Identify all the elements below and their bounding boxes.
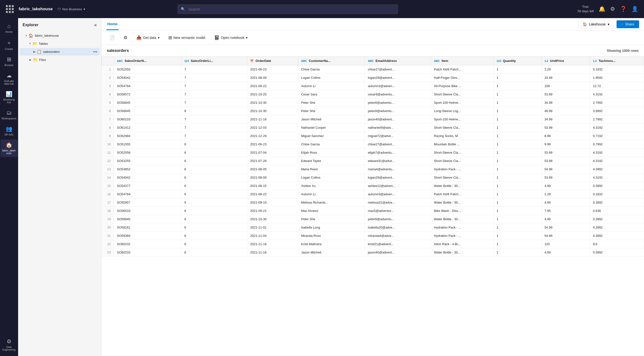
data-cell: Jason Mitchell — [298, 115, 365, 124]
lakehouse-button[interactable]: 🏠 Lakehouse ▾ — [578, 20, 614, 28]
data-cell: Chloe Garcia — [298, 140, 365, 149]
data-cell: 0.7192 — [590, 132, 644, 140]
data-cell: Short-Sleeve Cla... — [431, 124, 493, 132]
app-menu-button[interactable] — [6, 5, 14, 13]
data-cell: 2021-10-30 — [247, 107, 298, 115]
col-header-orderdate[interactable]: 📅 OrderDate — [247, 56, 298, 65]
data-cell: miguel72@adve... — [365, 132, 431, 140]
tree-item-salesorders[interactable]: ▶ 📋 salesorders ••• — [20, 48, 100, 55]
row-num-cell: 22 — [102, 240, 114, 248]
sidebar-item-fabriclakehouse[interactable]: 🏠 fabric_lakeh ouse — [0, 140, 18, 157]
table-row: 22SO6023262021-11-16Kristi Malhotrakrist… — [102, 240, 644, 248]
settings-button[interactable]: ⚙ — [120, 33, 131, 42]
salesorders-more-icon[interactable]: ••• — [93, 50, 97, 54]
data-cell: autumn3@adven... — [365, 190, 431, 198]
data-cell: 6 — [181, 157, 247, 165]
data-cell: 7 — [181, 99, 247, 107]
search-input[interactable] — [178, 4, 398, 14]
sidebar-item-dataengineering[interactable]: ⚙ Data Engineering — [0, 336, 18, 354]
data-cell: 1 — [494, 207, 541, 215]
tree-item-files[interactable]: ▶ 📁 Files — [20, 56, 100, 64]
data-cell: miranda4@adve... — [365, 232, 431, 240]
ribbon: 📄 ⚙ 📥 Get data ▾ ⊞ New semantic model 📓 … — [102, 30, 644, 45]
home-tab[interactable]: Home — [106, 18, 118, 30]
trial-info: Trial: 59 days left — [578, 5, 594, 13]
col-header-taxamount[interactable]: 1.2 TaxAmou... — [590, 56, 644, 65]
data-table: ABC SalesOrderN... 123 SalesOrderLi... 📅… — [102, 56, 644, 257]
classification-chevron-icon[interactable]: ▾ — [84, 7, 85, 11]
new-query-button[interactable]: 📄 — [106, 33, 118, 42]
col-header-item[interactable]: ABC Item — [431, 56, 493, 65]
sidebar-item-workspaces[interactable]: 🗂 Workspaces — [0, 107, 18, 122]
browse-icon: ⊞ — [7, 56, 11, 63]
sidebar-item-browse[interactable]: ⊞ Browse — [0, 54, 18, 69]
col-header-customername[interactable]: ABC CustomerNa... — [298, 56, 365, 65]
sidebar-item-create[interactable]: ＋ Create — [0, 37, 18, 53]
sidebar-dp60x-label: DP-60x — [4, 133, 14, 136]
data-cell: SO51555 — [114, 65, 181, 74]
col-header-salesordernumber[interactable]: ABC SalesOrderN... — [114, 56, 181, 65]
data-cell: 2021-11-16 — [247, 240, 298, 248]
notifications-icon[interactable]: 🔔 — [599, 6, 605, 12]
account-icon[interactable]: 👤 — [632, 6, 638, 12]
data-cell: 0.7992 — [590, 140, 644, 149]
data-cell: 0.1832 — [590, 65, 644, 74]
open-notebook-button[interactable]: 📓 Open notebook ▾ — [211, 33, 251, 42]
explorer-close-button[interactable]: « — [94, 22, 97, 28]
data-cell: 4.3192 — [590, 149, 644, 157]
sidebar-item-onelake[interactable]: ☁ OneLake data hub — [0, 70, 18, 88]
data-cell: SO56533 — [114, 207, 181, 215]
data-cell: 2021-08-09 — [247, 174, 298, 182]
row-num-cell: 2 — [102, 74, 114, 82]
sidebar-item-monitoring[interactable]: 📊 Monitoring hub — [0, 89, 18, 106]
data-cell: peter8@adventu... — [365, 99, 431, 107]
data-cell: Peter She — [298, 215, 365, 223]
col-header-salesorderline[interactable]: 123 SalesOrderLi... — [181, 56, 247, 65]
help-icon[interactable]: ❓ — [620, 6, 626, 12]
workspaces-icon: 🗂 — [6, 110, 12, 116]
share-button[interactable]: ↑ Share — [616, 20, 639, 28]
table-row: 14SO5404262021-08-09Logan Collinslogan29… — [102, 174, 644, 182]
tree-item-root[interactable]: ▾ 🏠 fabric_lakehouse — [20, 32, 100, 39]
data-cell: edward31@adve... — [365, 157, 431, 165]
tables-expand-icon: ▾ — [30, 42, 31, 45]
row-num-cell: 1 — [102, 65, 114, 74]
data-cell: 1 — [494, 107, 541, 115]
row-num-cell: 13 — [102, 165, 114, 174]
explorer-header: Explorer « — [18, 18, 101, 31]
dp60x-icon: 👥 — [6, 126, 12, 132]
sidebar-item-dp60x[interactable]: 👥 DP-60x — [0, 123, 18, 139]
notebook-icon: 📓 — [214, 35, 220, 40]
data-cell: max5@adventur... — [365, 207, 431, 215]
data-cell: 1 — [494, 74, 541, 82]
new-semantic-model-button[interactable]: ⊞ New semantic model — [165, 33, 209, 42]
data-cell: 53.99 — [541, 174, 590, 182]
get-data-button[interactable]: 📥 Get data ▾ — [133, 33, 163, 42]
data-cell: Autumn Li — [298, 190, 365, 198]
data-cell: 0.3992 — [590, 182, 644, 190]
create-icon: ＋ — [6, 39, 12, 46]
row-num-cell: 17 — [102, 198, 114, 207]
table-row: 20SO5916162021-11-01Isabella Longisabell… — [102, 223, 644, 232]
table-icon: 📋 — [37, 49, 42, 54]
new-semantic-model-label: New semantic model — [174, 36, 205, 40]
table-row: 16SO5478462021-08-22Autumn Liautumn3@adv… — [102, 190, 644, 198]
data-cell: 2021-11-01 — [247, 223, 298, 232]
sidebar-workspaces-label: Workspaces — [2, 117, 16, 120]
row-num-cell: 14 — [102, 174, 114, 182]
data-cell: 2021-07-28 — [247, 157, 298, 165]
data-cell: 4.3192 — [590, 157, 644, 165]
col-header-emailaddress[interactable]: ABC EmailAddress — [365, 56, 431, 65]
sidebar-item-home[interactable]: ⌂ Home — [0, 20, 18, 36]
col-header-quantity[interactable]: 123 Quantity — [494, 56, 541, 65]
data-cell: 1 — [494, 65, 541, 74]
data-cell: 2.7992 — [590, 115, 644, 124]
data-cell: 4.3192 — [590, 174, 644, 182]
tree-item-tables[interactable]: ▾ 📁 Tables — [20, 40, 100, 47]
brand-title: fabric_lakehouse — [18, 6, 53, 11]
home-icon: ⌂ — [7, 23, 10, 29]
settings-icon[interactable]: ⚙ — [610, 6, 615, 12]
col-header-unitprice[interactable]: 1.2 UnitPrice — [541, 56, 590, 65]
data-cell: 0.636 — [590, 207, 644, 215]
data-cell: 6 — [181, 223, 247, 232]
